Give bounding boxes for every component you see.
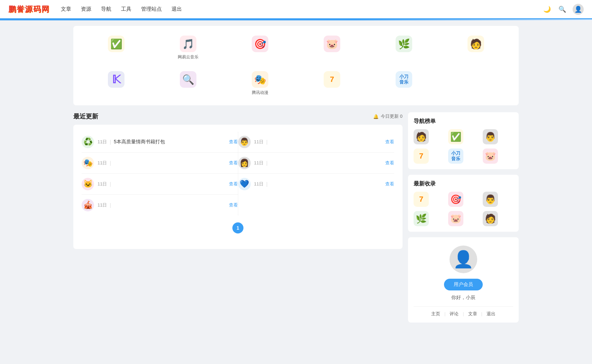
update-title: 5本高质量情商书籍打包 [114, 139, 224, 145]
header: 鹏誉源码网 文章 资源 导航 工具 管理站点 退出 🌙 🔍 👤 [0, 0, 592, 19]
nav-logout[interactable]: 退出 [172, 6, 182, 12]
user-links: 主页 | 评论 | 文章 | 退出 [414, 306, 513, 317]
user-avatar-large: 👤 [450, 246, 477, 273]
nav-admin[interactable]: 管理站点 [141, 6, 162, 12]
update-row: ♻️ 11日 | 5本高质量情商书籍打包 查看 [82, 132, 238, 153]
ranking-icon-5[interactable]: 小刀音乐 [448, 149, 463, 164]
app-item-6[interactable]: 🧑 [441, 33, 510, 63]
update-date: 11日 [254, 139, 263, 145]
update-link[interactable]: 查看 [229, 160, 238, 166]
collected-icon-1[interactable]: 7 [414, 192, 429, 207]
app-icon-leaf: 🌿 [396, 36, 412, 52]
page-container: ✅ 🎵 网易云音乐 🎯 🐷 🌿 🧑 [68, 20, 524, 323]
nav-article[interactable]: 文章 [61, 6, 71, 12]
ranking-icon-4[interactable]: 7 [414, 149, 429, 164]
today-update-text: 今日更新 0 [381, 113, 403, 119]
ranking-icon-1[interactable]: 🧑 [414, 129, 429, 144]
apps-card: ✅ 🎵 网易云音乐 🎯 🐷 🌿 🧑 [73, 26, 519, 105]
app-icon-wyy: 🎵 [180, 36, 196, 52]
moon-icon[interactable]: 🌙 [542, 4, 552, 14]
update-date: 11日 [254, 160, 263, 166]
vip-button[interactable]: 用户会员 [444, 279, 483, 290]
update-row: 👨 11日 | 查看 [238, 132, 395, 153]
main-left: 最近更新 🔔 今日更新 0 ♻️ 11日 | 5本高质量情商书籍 [73, 112, 403, 323]
header-right: 🌙 🔍 👤 [542, 4, 584, 15]
search-icon[interactable]: 🔍 [557, 4, 567, 14]
user-avatar-icon[interactable]: 👤 [573, 4, 584, 15]
app-item-wyy[interactable]: 🎵 网易云音乐 [154, 33, 223, 63]
update-link[interactable]: 查看 [229, 181, 238, 187]
app-icon-search2: 🔍 [180, 71, 196, 88]
app-item-tqdm[interactable]: 🎭 腾讯动漫 [225, 68, 295, 98]
ranking-icon-3[interactable]: 👨 [483, 129, 498, 144]
update-avatar: 👩 [238, 157, 251, 169]
user-link-comment[interactable]: 评论 [445, 311, 463, 317]
new-collected-title: 最新收录 [414, 180, 513, 188]
site-logo[interactable]: 鹏誉源码网 [8, 4, 50, 15]
update-date: 11日 [98, 202, 107, 208]
ranking-icon-2[interactable]: ✅ [448, 129, 463, 144]
updates-card: ♻️ 11日 | 5本高质量情商书籍打包 查看 🎭 11日 | 查 [73, 125, 403, 249]
nav-ranking-card: 导航榜单 🧑 ✅ 👨 7 小刀音乐 🐷 [408, 112, 519, 169]
bell-icon: 🔔 [373, 114, 379, 119]
nav-ranking-grid: 🧑 ✅ 👨 7 小刀音乐 🐷 [414, 129, 513, 164]
new-collected-card: 最新收录 7 🎯 👨 🌿 🐷 🧑 [408, 175, 519, 232]
app-icon-check: ✅ [108, 36, 124, 52]
app-item-music[interactable]: 小刀音乐 [369, 68, 438, 98]
app-icon-tqdm: 🎭 [252, 71, 268, 88]
update-avatar: 💙 [238, 178, 251, 190]
ranking-icon-6[interactable]: 🐷 [483, 149, 498, 164]
collected-icon-3[interactable]: 👨 [483, 192, 498, 207]
nav-resource[interactable]: 资源 [81, 6, 91, 12]
user-card: 👤 用户会员 你好，小辰 主页 | 评论 | 文章 | 退出 [408, 237, 519, 323]
update-link[interactable]: 查看 [229, 202, 238, 208]
collected-icon-2[interactable]: 🎯 [448, 192, 463, 207]
app-item-search[interactable]: 🔍 [154, 68, 223, 98]
update-row: 💙 11日 | 查看 [238, 174, 395, 194]
collected-icon-4[interactable]: 🌿 [414, 211, 429, 226]
app-icon-3: 🎯 [252, 36, 268, 52]
update-col-1: ♻️ 11日 | 5本高质量情商书籍打包 查看 🎭 11日 | 查 [82, 132, 238, 215]
update-link[interactable]: 查看 [385, 139, 394, 145]
nav-ranking-title: 导航榜单 [414, 118, 513, 125]
app-icon-7: 7 [324, 71, 340, 88]
update-avatar: 👨 [238, 136, 251, 148]
update-link[interactable]: 查看 [385, 181, 394, 187]
recent-section-header: 最近更新 🔔 今日更新 0 [73, 112, 403, 121]
app-item-k[interactable]: 𝕂 [82, 68, 151, 98]
update-date: 11日 [254, 181, 263, 187]
update-date: 11日 [98, 160, 107, 166]
user-link-logout[interactable]: 退出 [482, 311, 500, 317]
user-vip-btn[interactable]: 用户会员 [414, 279, 513, 295]
today-badge: 🔔 今日更新 0 [373, 113, 403, 119]
update-link[interactable]: 查看 [229, 139, 238, 145]
update-row: 🎪 11日 | 查看 [82, 195, 238, 215]
app-icon-person: 🧑 [468, 36, 484, 52]
collected-icon-5[interactable]: 🐷 [448, 211, 463, 226]
pagination: 1 [82, 222, 394, 233]
user-link-article[interactable]: 文章 [464, 311, 481, 317]
app-item-4[interactable]: 🐷 [297, 33, 367, 63]
update-avatar: ♻️ [82, 136, 94, 148]
content-layout: 最近更新 🔔 今日更新 0 ♻️ 11日 | 5本高质量情商书籍 [73, 112, 519, 323]
app-item-5[interactable]: 🌿 [369, 33, 438, 63]
sidebar-right: 导航榜单 🧑 ✅ 👨 7 小刀音乐 🐷 最新收录 7 🎯 👨 🌿 [408, 112, 519, 323]
app-item[interactable]: ✅ [82, 33, 151, 63]
update-link[interactable]: 查看 [385, 160, 394, 166]
collected-icon-6[interactable]: 🧑 [483, 211, 498, 226]
recent-title: 最近更新 [73, 112, 98, 121]
app-item-3[interactable]: 🎯 [225, 33, 295, 63]
page-1-btn[interactable]: 1 [232, 222, 243, 233]
update-avatar: 🎭 [82, 157, 94, 169]
nav-navigation[interactable]: 导航 [101, 6, 111, 12]
app-item-7[interactable]: 7 [297, 68, 367, 98]
app-icon-k: 𝕂 [108, 71, 124, 88]
app-name-tqdm: 腾讯动漫 [252, 90, 268, 96]
apps-grid: ✅ 🎵 网易云音乐 🎯 🐷 🌿 🧑 [82, 33, 510, 98]
update-col-2: 👨 11日 | 查看 👩 11日 | 查看 [238, 132, 395, 215]
nav-tools[interactable]: 工具 [121, 6, 131, 12]
user-link-home[interactable]: 主页 [427, 311, 444, 317]
user-greeting: 你好，小辰 [414, 295, 513, 301]
app-icon-pig: 🐷 [324, 36, 340, 52]
update-date: 11日 [98, 181, 107, 187]
